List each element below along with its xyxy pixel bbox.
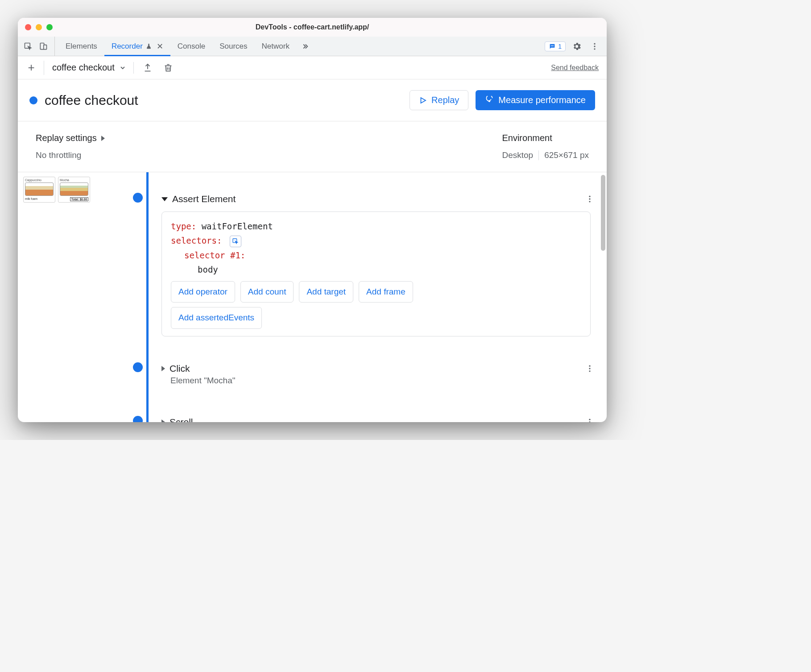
more-tabs[interactable]: [297, 37, 314, 56]
step-title: Assert Element: [172, 194, 236, 204]
recording-selector[interactable]: coffee checkout: [44, 61, 126, 75]
divider: [538, 150, 539, 160]
device-toolbar-icon[interactable]: [37, 40, 50, 53]
tab-network[interactable]: Network: [255, 37, 297, 56]
export-icon[interactable]: [141, 61, 154, 75]
maximize-window-icon[interactable]: [46, 24, 53, 30]
add-target-button[interactable]: Add target: [299, 281, 353, 303]
step-marker-icon: [133, 193, 143, 203]
step-marker-icon: [133, 416, 143, 422]
status-dot-icon: [29, 96, 37, 104]
svg-point-4: [594, 43, 595, 44]
svg-point-12: [589, 365, 590, 366]
step-click: Click Element "Mocha": [156, 359, 607, 390]
value-type[interactable]: waitForElement: [202, 221, 273, 231]
thumb-title: Mocha: [60, 178, 88, 182]
svg-point-8: [589, 196, 590, 197]
environment-label: Environment: [502, 133, 589, 143]
svg-point-10: [589, 201, 590, 202]
flask-icon: [145, 43, 152, 50]
recorder-body: Cappuccino milk foam Mocha Total: $0.00 …: [18, 172, 607, 422]
tab-sources[interactable]: Sources: [212, 37, 254, 56]
timeline: Assert Element type: waitForElement sele…: [107, 172, 607, 422]
key-selectors: selectors: [171, 236, 217, 245]
window-title: DevTools - coffee-cart.netlify.app/: [18, 23, 607, 31]
chevron-right-icon: [101, 136, 105, 141]
settings-icon[interactable]: [570, 40, 583, 53]
svg-point-6: [594, 48, 595, 50]
svg-rect-2: [44, 45, 47, 49]
svg-point-14: [589, 370, 590, 372]
step-more-icon[interactable]: [585, 195, 594, 203]
replay-settings-toggle[interactable]: Replay settings: [36, 133, 502, 143]
window-controls: [25, 24, 53, 30]
step-more-icon[interactable]: [585, 418, 594, 422]
add-asserted-events-button[interactable]: Add assertedEvents: [171, 307, 262, 328]
delete-icon[interactable]: [161, 61, 175, 75]
throttling-value: No throttling: [36, 150, 502, 160]
tab-label: Sources: [219, 42, 247, 51]
svg-point-7: [489, 100, 490, 102]
close-window-icon[interactable]: [25, 24, 31, 30]
recording-name: coffee checkout: [52, 62, 115, 73]
tab-console[interactable]: Console: [170, 37, 212, 56]
send-feedback-link[interactable]: Send feedback: [551, 64, 599, 72]
timeline-line: [146, 172, 149, 422]
replay-button[interactable]: Replay: [410, 90, 468, 110]
svg-point-16: [589, 421, 590, 422]
svg-point-9: [589, 198, 590, 199]
new-recording-button[interactable]: +: [26, 61, 37, 75]
add-frame-button[interactable]: Add frame: [359, 281, 413, 303]
minimize-window-icon[interactable]: [36, 24, 42, 30]
step-detail-panel: type: waitForElement selectors: selector…: [161, 212, 591, 336]
flow-header: coffee checkout Replay Measure performan…: [18, 79, 607, 121]
settings-row: Replay settings No throttling Environmen…: [18, 121, 607, 172]
issues-chip[interactable]: 1: [545, 41, 566, 51]
step-header[interactable]: Scroll: [161, 417, 594, 422]
tab-elements[interactable]: Elements: [58, 37, 104, 56]
svg-point-15: [589, 419, 590, 420]
step-more-icon[interactable]: [585, 364, 594, 373]
tab-label: Console: [178, 42, 205, 51]
chevron-down-icon: [119, 64, 126, 71]
step-header[interactable]: Click: [161, 363, 594, 374]
step-header[interactable]: Assert Element: [161, 194, 594, 204]
divider: [133, 62, 134, 74]
add-count-button[interactable]: Add count: [240, 281, 294, 303]
chevron-right-icon: [161, 366, 165, 371]
screenshot-thumbnail[interactable]: Mocha Total: $0.00: [58, 177, 90, 203]
tab-label: Elements: [66, 42, 97, 51]
selector-value[interactable]: body: [198, 265, 218, 274]
pick-selector-icon[interactable]: [230, 236, 241, 247]
chevron-down-icon: [161, 197, 168, 201]
chevron-right-icon: [161, 419, 165, 422]
close-tab-icon[interactable]: ✕: [157, 41, 163, 51]
titlebar: DevTools - coffee-cart.netlify.app/: [18, 18, 607, 37]
measure-performance-button[interactable]: Measure performance: [476, 90, 595, 110]
measure-button-label: Measure performance: [498, 95, 586, 105]
key-selector-1: selector #1: [184, 250, 240, 260]
add-operator-button[interactable]: Add operator: [171, 281, 235, 303]
dimensions-value: 625×671 px: [544, 150, 589, 160]
chat-icon: [549, 43, 556, 50]
tab-recorder[interactable]: Recorder ✕: [104, 37, 170, 56]
step-title: Click: [170, 363, 190, 374]
svg-point-5: [594, 46, 595, 47]
thumb-title: Cappuccino: [25, 178, 54, 182]
devtools-window: DevTools - coffee-cart.netlify.app/ Elem…: [18, 18, 607, 422]
recorder-toolbar: + coffee checkout Send feedback: [18, 56, 607, 79]
play-icon: [419, 96, 427, 104]
more-menu-icon[interactable]: [588, 40, 601, 53]
key-type: type: [171, 221, 191, 231]
tab-label: Network: [262, 42, 290, 51]
gauge-icon: [485, 96, 494, 105]
svg-point-13: [589, 368, 590, 369]
replay-settings-label: Replay settings: [36, 133, 97, 143]
step-marker-icon: [133, 362, 143, 372]
chevrons-right-icon: [301, 42, 309, 50]
step-thumbnails: Cappuccino milk foam Mocha Total: $0.00: [18, 172, 107, 422]
step-title: Scroll: [170, 417, 193, 422]
inspect-element-icon[interactable]: [21, 40, 35, 53]
screenshot-thumbnail[interactable]: Cappuccino milk foam: [23, 177, 55, 203]
replay-button-label: Replay: [431, 95, 459, 105]
